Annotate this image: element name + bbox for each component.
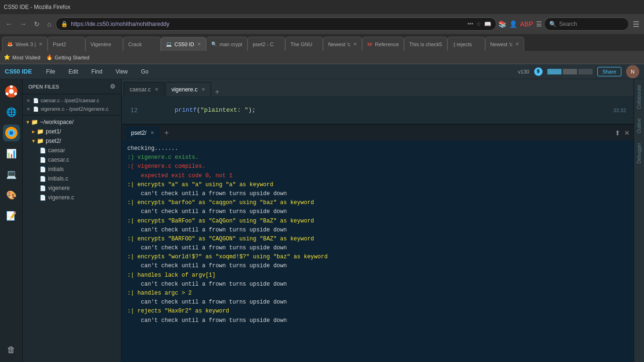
term-line-14: :| handles lack of argv[1] (127, 271, 628, 280)
tab-favicon-mancrypt: 🔍 (211, 41, 217, 47)
terminal-tab-pset2[interactable]: pset2/ ✕ (125, 126, 160, 140)
tab-favicon-cs50ide: 💻 (166, 41, 172, 47)
menu-file[interactable]: File (43, 66, 58, 77)
home-button[interactable]: ⌂ (44, 18, 54, 30)
terminal-output[interactable]: checking....... :) vigenere.c exists. :(… (122, 140, 634, 362)
term-line-15: can't check until a frown turns upside d… (127, 280, 628, 289)
read-mode-icon[interactable]: 📖 (484, 21, 491, 27)
code-editor-icon[interactable]: 💻 (3, 166, 20, 183)
open-file-vigenere-label: vigenere.c - /pset2/vigenere.c (41, 106, 108, 112)
menu-edit[interactable]: Edit (66, 66, 81, 77)
open-file-caesar[interactable]: ✕ 📄 caesar.c - /pset2/caesar.c (23, 96, 121, 105)
add-editor-tab-button[interactable]: + (212, 88, 222, 96)
debugger-label[interactable]: Debugger (636, 139, 643, 167)
tab-close-week3[interactable]: ✕ (39, 41, 42, 47)
editor-tab-caesar[interactable]: caesar.c ✕ (124, 82, 165, 96)
browser-tab-vigenere[interactable]: Vigenère (85, 37, 123, 51)
collaborate-label[interactable]: Collaborate (636, 81, 643, 113)
tree-initials[interactable]: 📄 initials (23, 165, 121, 174)
browser-tab-crack[interactable]: Crack (123, 37, 161, 51)
browser-tab-bar: 🦊 Week 3 | ✕ Pset2 Vigenère Crack 💻 CS50… (0, 34, 644, 51)
menu-find[interactable]: Find (89, 66, 105, 77)
tree-vigenere-c[interactable]: 📄 vigenere.c (23, 193, 121, 202)
caesar-label: caesar (48, 147, 65, 154)
tree-vigenere[interactable]: 📄 vigenere (23, 183, 121, 193)
code-string-plaintext: "plaintext: " (200, 107, 248, 114)
menu-go[interactable]: Go (138, 66, 151, 77)
browser-tab-week3[interactable]: 🦊 Week 3 | ✕ (2, 37, 48, 51)
browser-tab-rejects[interactable]: :| rejects (447, 37, 485, 51)
search-bar[interactable]: 🔍 Search (544, 17, 629, 31)
browser-tab-pset2[interactable]: Pset2 (48, 37, 85, 51)
search-icon: 🔍 (549, 21, 556, 27)
terminal-close-icon[interactable]: ✕ (624, 129, 630, 137)
outline-label[interactable]: Outline (636, 115, 643, 137)
address-bar[interactable]: 🔒 https://ide.cs50.io/nohitha/nohithared… (56, 17, 496, 31)
open-file-vigenere[interactable]: ✕ 📄 vigenere.c - /pset2/vigenere.c (23, 105, 121, 113)
term-line-1: :) vigenere.c exists. (127, 153, 628, 162)
browser-icon[interactable]: 🌐 (3, 104, 20, 121)
tree-caesar-c[interactable]: 📄 caesar.c (23, 155, 121, 165)
library-icon[interactable]: 📚 (498, 20, 506, 28)
tab-close-cs50ide[interactable]: ✕ (197, 41, 201, 47)
hamburger-icon[interactable]: ☰ (631, 18, 641, 31)
tree-pset2[interactable]: ▾ 📁 pset2/ (23, 136, 121, 146)
close-file-caesar-icon[interactable]: ✕ (26, 98, 30, 103)
file-tree: ▾ 📁 ~/workspace/ ▸ 📁 pset1/ ▾ 📁 pset2/ 📄… (23, 115, 121, 362)
firefox-icon[interactable] (3, 124, 20, 141)
bookmark-star-icon[interactable]: ☆ (476, 21, 481, 27)
close-terminal-pset2-icon[interactable]: ✕ (150, 130, 154, 135)
browser-tab-newest1[interactable]: Newest 'c ✕ (323, 37, 362, 51)
tab-label-reference: Reference (375, 41, 399, 47)
share-button[interactable]: Share (597, 67, 621, 76)
close-file-vigenere-icon[interactable]: ✕ (26, 107, 30, 112)
most-visited-icon: ⭐ (4, 54, 10, 60)
browser-tab-ischeck[interactable]: This is check5 (404, 37, 447, 51)
browser-tab-cs50ide[interactable]: 💻 CS50 ID ✕ (161, 37, 206, 51)
options-icon: ••• (467, 21, 473, 27)
tab-close-newest2[interactable]: ✕ (515, 41, 519, 47)
reload-button[interactable]: ↻ (31, 18, 42, 30)
editor-tab-vigenere[interactable]: vigenere.c ✕ (165, 82, 211, 96)
term-line-2: :( vigenere.c compiles. (127, 162, 628, 171)
browser-tab-newest2[interactable]: Newest 'c ✕ (485, 37, 524, 51)
tab-label-newest2: Newest 'c (490, 41, 512, 47)
bookmark-getting-started[interactable]: 🔥 Getting Started (46, 54, 90, 60)
settings-icon[interactable]: ⚙ (110, 83, 116, 90)
close-editor-vigenere-icon[interactable]: ✕ (201, 87, 205, 92)
bookmark-most-visited[interactable]: ⭐ Most Visited (4, 54, 41, 60)
tab-label-pset2c: pset2 - C (253, 41, 274, 47)
tree-caesar[interactable]: 📄 caesar (23, 146, 121, 155)
adblock-icon[interactable]: ABP (520, 20, 533, 28)
add-terminal-tab-button[interactable]: + (162, 129, 172, 137)
sidebar-toggle-icon[interactable]: ☰ (536, 20, 542, 28)
menu-view[interactable]: View (113, 66, 131, 77)
close-editor-caesar-icon[interactable]: ✕ (155, 87, 158, 92)
tab-label-ischeck: This is check5 (409, 41, 442, 47)
blender-icon[interactable]: 🎨 (3, 187, 20, 204)
forward-button[interactable]: → (17, 18, 29, 30)
browser-tab-gnu[interactable]: The GNU (285, 37, 323, 51)
term-line-12: :| encrypts "world!$?" as "xoqmd!$?" usi… (127, 253, 628, 262)
spreadsheet-icon[interactable]: 📊 (3, 145, 20, 162)
trash-icon[interactable]: 🗑 (3, 341, 20, 358)
tree-pset1[interactable]: ▸ 📁 pset1/ (23, 127, 121, 136)
back-button[interactable]: ← (3, 18, 15, 30)
document-icon[interactable]: 📝 (3, 207, 20, 224)
editor-area: caesar.c ✕ vigenere.c ✕ + 12 printf("pla… (122, 79, 634, 362)
tree-initials-c[interactable]: 📄 initials.c (23, 174, 121, 183)
tree-workspace[interactable]: ▾ 📁 ~/workspace/ (23, 117, 121, 127)
notify-badge[interactable]: 9 (534, 67, 543, 76)
terminal-expand-icon[interactable]: ⬆ (615, 129, 620, 137)
nav-icons: 📚 👤 ABP ☰ (498, 20, 542, 28)
sync-icon[interactable]: 👤 (509, 20, 517, 28)
most-visited-label: Most Visited (12, 55, 41, 60)
folder-icon-pset1: 📁 (37, 128, 44, 135)
browser-tab-pset2c[interactable]: pset2 - C (248, 37, 285, 51)
menubar-right: v130 9 Share N (518, 65, 639, 78)
browser-tab-mancrypt[interactable]: 🔍 man crypt (206, 37, 248, 51)
browser-tab-reference[interactable]: 50 Reference (362, 37, 404, 51)
tab-close-newest1[interactable]: ✕ (353, 41, 357, 47)
ubuntu-icon[interactable] (3, 83, 20, 100)
term-line-17: can't check until a frown turns upside d… (127, 298, 628, 307)
